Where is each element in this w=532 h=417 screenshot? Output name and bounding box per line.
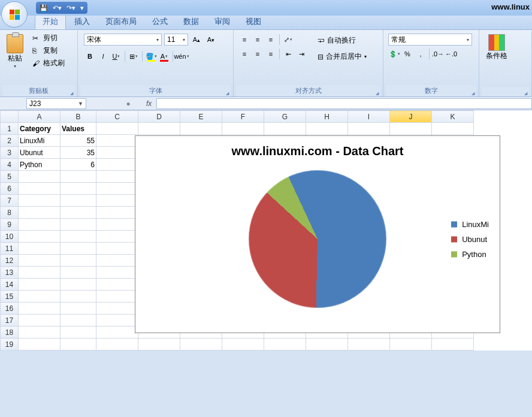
increase-indent-button[interactable]: ⇥ [295,48,307,60]
cell-A5[interactable] [19,171,61,183]
cell-B1[interactable]: Values [61,123,96,135]
cell-C2[interactable] [96,135,138,147]
fx-icon[interactable]: fx [146,99,152,108]
cell-A8[interactable] [19,207,61,219]
cell-C12[interactable] [96,255,138,267]
cell-C13[interactable] [96,267,138,279]
col-header-F[interactable]: F [222,111,264,123]
undo-icon[interactable]: ↶▾ [53,4,62,12]
cell-B12[interactable] [61,255,96,267]
cell-C8[interactable] [96,207,138,219]
row-header-13[interactable]: 13 [1,267,19,279]
cell-B9[interactable] [61,219,96,231]
cell-B14[interactable] [61,279,96,291]
tab-公式[interactable]: 公式 [145,14,175,29]
cell-F19[interactable] [222,339,264,350]
fill-color-button[interactable]: 🪣 [145,50,157,62]
tab-数据[interactable]: 数据 [176,14,206,29]
cell-C3[interactable] [96,147,138,159]
cut-button[interactable]: ✂剪切 [30,32,67,44]
align-left-button[interactable]: ≡ [238,48,250,60]
align-top-button[interactable]: ≡ [238,34,250,46]
increase-decimal-button[interactable]: .0→ [432,48,444,60]
cell-A7[interactable] [19,195,61,207]
grow-font-button[interactable]: A▴ [191,34,202,46]
col-header-D[interactable]: D [138,111,180,123]
cell-C17[interactable] [96,315,138,327]
col-header-A[interactable]: A [19,111,61,123]
cell-C7[interactable] [96,195,138,207]
cell-J1[interactable] [390,123,432,135]
wrap-text-button[interactable]: ⮒自动换行 [315,34,370,47]
row-header-1[interactable]: 1 [1,123,19,135]
name-box[interactable]: J23 ▼ [26,98,86,109]
col-header-E[interactable]: E [180,111,222,123]
cell-B17[interactable] [61,315,96,327]
percent-button[interactable]: % [401,48,413,60]
formula-input[interactable] [156,98,532,109]
cell-C10[interactable] [96,231,138,243]
cell-B18[interactable] [61,327,96,339]
cell-B4[interactable]: 6 [61,159,96,171]
cell-A19[interactable] [19,339,61,350]
row-header-4[interactable]: 4 [1,159,19,171]
cell-A14[interactable] [19,279,61,291]
cell-A2[interactable]: LinuxMi [19,135,61,147]
row-header-14[interactable]: 14 [1,279,19,291]
cell-A1[interactable]: Category [19,123,61,135]
cell-A13[interactable] [19,267,61,279]
cell-C1[interactable] [96,123,138,135]
col-header-J[interactable]: J [390,111,432,123]
format-painter-button[interactable]: 🖌格式刷 [30,58,67,69]
cell-E19[interactable] [180,339,222,350]
col-header-K[interactable]: K [432,111,474,123]
col-header-H[interactable]: H [306,111,348,123]
row-header-16[interactable]: 16 [1,303,19,315]
cell-C9[interactable] [96,219,138,231]
row-header-18[interactable]: 18 [1,327,19,339]
cell-C19[interactable] [96,339,138,350]
cell-A17[interactable] [19,315,61,327]
cell-C14[interactable] [96,279,138,291]
merge-center-button[interactable]: ⊟合并后居中▾ [315,50,370,64]
cell-C11[interactable] [96,243,138,255]
shrink-font-button[interactable]: A▾ [205,34,217,46]
cell-A18[interactable] [19,327,61,339]
row-header-17[interactable]: 17 [1,315,19,327]
paste-button[interactable]: 粘贴 ▾ [2,31,28,72]
cell-D1[interactable] [138,123,180,135]
col-header-C[interactable]: C [96,111,138,123]
cell-A11[interactable] [19,243,61,255]
row-header-2[interactable]: 2 [1,135,19,147]
cell-C4[interactable] [96,159,138,171]
bold-button[interactable]: B [84,50,96,62]
phonetic-button[interactable]: wén [176,50,188,62]
align-middle-button[interactable]: ≡ [252,34,264,46]
copy-button[interactable]: ⎘复制 [30,45,67,56]
row-header-19[interactable]: 19 [1,339,19,350]
cell-D19[interactable] [138,339,180,350]
cell-E1[interactable] [180,123,222,135]
tab-视图[interactable]: 视图 [238,14,268,29]
cell-G1[interactable] [264,123,306,135]
row-header-9[interactable]: 9 [1,219,19,231]
tab-插入[interactable]: 插入 [67,14,97,29]
cell-J19[interactable] [390,339,432,350]
qat-customize-icon[interactable]: ▾ [80,4,84,12]
cell-C5[interactable] [96,171,138,183]
cell-B5[interactable] [61,171,96,183]
row-header-8[interactable]: 8 [1,207,19,219]
orientation-button[interactable]: ⤢ [282,34,294,46]
chart-object[interactable]: www.linuxmi.com - Data Chart LinuxMiUbun… [135,135,500,333]
cell-B13[interactable] [61,267,96,279]
cell-B16[interactable] [61,303,96,315]
decrease-decimal-button[interactable]: ←.0 [445,48,457,60]
align-right-button[interactable]: ≡ [265,48,277,60]
cell-B15[interactable] [61,291,96,303]
cell-C18[interactable] [96,327,138,339]
col-header-B[interactable]: B [61,111,96,123]
col-header-I[interactable]: I [348,111,390,123]
row-header-12[interactable]: 12 [1,255,19,267]
cell-B6[interactable] [61,183,96,195]
cell-H1[interactable] [306,123,348,135]
